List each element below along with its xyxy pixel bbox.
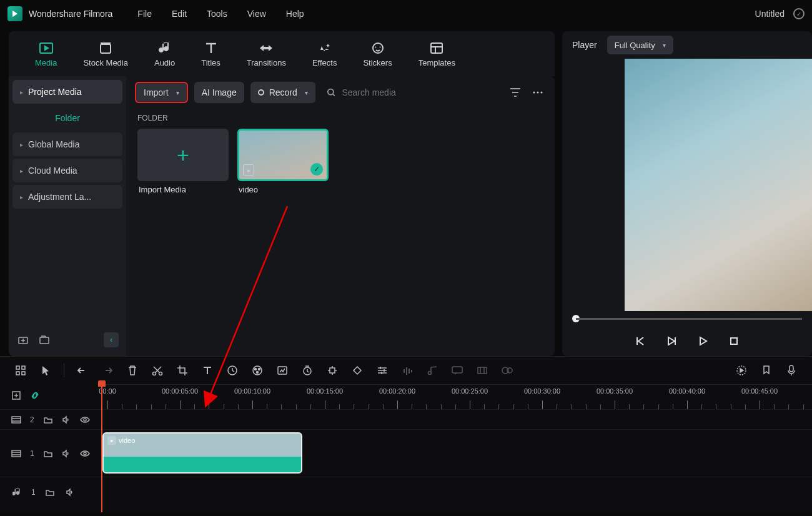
add-track-icon[interactable] (11, 390, 21, 403)
tab-stickers[interactable]: Stickers (359, 38, 395, 70)
mic-button[interactable] (785, 364, 798, 377)
redo-button[interactable] (101, 364, 114, 377)
mute-icon[interactable] (64, 487, 76, 498)
delete-button[interactable] (126, 364, 139, 377)
tab-media[interactable]: Media (31, 38, 61, 70)
svg-rect-10 (731, 338, 737, 344)
templates-icon (428, 41, 445, 56)
audio-bars-icon[interactable] (400, 364, 414, 377)
undo-button[interactable] (76, 364, 89, 377)
tab-stock-media[interactable]: Stock Media (79, 38, 132, 70)
play-button[interactable] (694, 332, 711, 350)
adjust-button[interactable] (375, 364, 389, 377)
menu-view[interactable]: View (247, 9, 266, 19)
sidebar-item-adjustment-layer[interactable]: ▸Adjustment La... (12, 185, 122, 209)
svg-rect-24 (330, 368, 335, 373)
track-audio-1: 1 (0, 477, 812, 507)
chevron-down-icon: ▾ (176, 89, 179, 96)
timeline-clip[interactable]: ▸video (102, 432, 302, 474)
search-input[interactable] (342, 87, 496, 97)
plus-icon: + (137, 129, 229, 181)
svg-rect-12 (22, 366, 25, 369)
caption-button[interactable] (450, 364, 464, 377)
svg-point-21 (257, 372, 259, 374)
track-body[interactable]: ▸video (101, 430, 812, 477)
tab-audio[interactable]: Audio (151, 38, 179, 70)
collapse-sidebar-button[interactable]: ‹ (104, 332, 119, 347)
sidebar-item-project-media[interactable]: ▸Project Media (12, 80, 122, 104)
music-button[interactable] (425, 364, 439, 377)
duration-button[interactable] (300, 364, 314, 377)
svg-point-33 (507, 368, 512, 373)
mute-icon[interactable] (61, 448, 71, 459)
svg-rect-26 (406, 367, 407, 375)
chevron-down-icon: ▾ (663, 42, 666, 49)
prev-frame-button[interactable] (631, 332, 649, 350)
svg-point-8 (537, 92, 539, 94)
svg-point-9 (541, 92, 543, 94)
menu-tools[interactable]: Tools (207, 9, 227, 19)
mute-icon[interactable] (61, 414, 71, 425)
menu-help[interactable]: Help (286, 9, 304, 19)
svg-rect-27 (408, 369, 410, 374)
svg-point-2 (373, 43, 383, 53)
track-folder-icon[interactable] (43, 414, 53, 425)
quality-selector[interactable]: Full Quality▾ (607, 36, 673, 54)
tab-titles[interactable]: Titles (197, 38, 224, 70)
sidebar-item-folder[interactable]: Folder (12, 106, 122, 130)
svg-rect-39 (12, 450, 21, 457)
render-button[interactable] (735, 364, 748, 377)
new-bin-icon[interactable] (37, 333, 51, 347)
marker-button[interactable] (760, 364, 773, 377)
more-icon[interactable] (530, 84, 546, 101)
ai-button[interactable] (500, 364, 514, 377)
track-folder-icon[interactable] (43, 448, 53, 459)
sync-status-icon[interactable]: ✓ (793, 8, 805, 19)
preview-viewport[interactable] (625, 59, 812, 311)
crop-button[interactable] (176, 364, 189, 377)
play-pause-button[interactable] (663, 332, 680, 350)
text-button[interactable] (201, 364, 214, 377)
folder-section-label: FOLDER (126, 109, 555, 129)
svg-point-40 (84, 452, 86, 455)
speed-button[interactable] (225, 364, 239, 377)
expand-button[interactable] (475, 364, 489, 377)
sidebar-item-global-media[interactable]: ▸Global Media (12, 132, 122, 156)
stickers-icon (369, 41, 387, 56)
mask-button[interactable] (275, 364, 289, 377)
playhead[interactable] (101, 384, 102, 512)
stop-button[interactable] (725, 332, 743, 350)
tab-transitions[interactable]: Transitions (243, 38, 290, 70)
visibility-icon[interactable] (80, 414, 90, 425)
player-label: Player (572, 40, 597, 50)
menu-edit[interactable]: Edit (172, 9, 187, 19)
track-global-controls (0, 384, 101, 409)
media-clip-tile[interactable]: ▸ ✓ video (237, 129, 329, 194)
menu-file[interactable]: File (137, 9, 152, 19)
grid-icon[interactable] (14, 364, 27, 377)
new-folder-icon[interactable] (16, 333, 30, 347)
keyframe-button[interactable] (350, 364, 364, 377)
svg-rect-1 (101, 44, 111, 53)
chevron-down-icon: ▾ (305, 89, 308, 96)
track-folder-icon[interactable] (44, 487, 56, 498)
tab-effects[interactable]: Effects (309, 38, 341, 70)
cut-button[interactable] (151, 364, 164, 377)
ai-image-button[interactable]: AI Image (194, 82, 244, 103)
detach-button[interactable] (325, 364, 339, 377)
sidebar-item-cloud-media[interactable]: ▸Cloud Media (12, 159, 122, 182)
timeline: 00:0000:00:05:0000:00:10:0000:00:15:0000… (0, 356, 812, 512)
cursor-icon[interactable] (39, 364, 52, 377)
tab-templates[interactable]: Templates (415, 38, 459, 70)
filter-icon[interactable] (507, 84, 523, 101)
svg-point-15 (153, 372, 156, 375)
visibility-icon[interactable] (80, 448, 90, 459)
scrub-bar[interactable] (562, 311, 812, 326)
timeline-ruler[interactable]: 00:0000:00:05:0000:00:10:0000:00:15:0000… (101, 384, 812, 409)
clip-play-icon: ▸ (107, 436, 116, 445)
link-icon[interactable] (30, 390, 40, 403)
import-button[interactable]: Import▾ (135, 82, 188, 103)
import-media-tile[interactable]: + Import Media (137, 129, 229, 194)
color-button[interactable] (250, 364, 264, 377)
record-button[interactable]: Record▾ (250, 82, 315, 103)
